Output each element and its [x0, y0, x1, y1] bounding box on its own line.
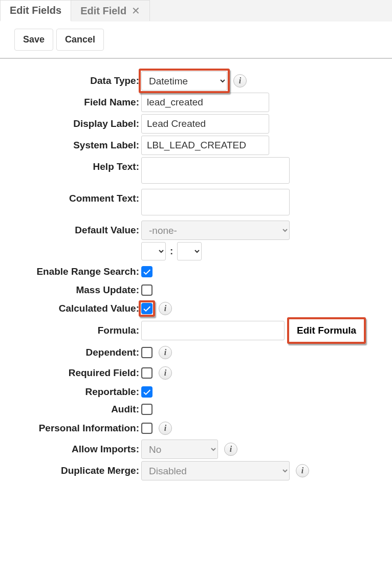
check-icon: [143, 304, 151, 313]
calculated-value-checkbox[interactable]: [141, 303, 153, 314]
label-display-label: Display Label:: [4, 118, 141, 129]
check-icon: [143, 388, 151, 396]
label-mass-update: Mass Update:: [4, 284, 141, 296]
tab-edit-field[interactable]: Edit Field ✕: [71, 0, 150, 21]
toolbar: Save Cancel: [0, 21, 392, 59]
info-icon[interactable]: i: [159, 302, 172, 315]
system-label-input[interactable]: [141, 136, 269, 155]
label-required-field: Required Field:: [4, 367, 141, 379]
dependent-checkbox[interactable]: [141, 347, 153, 358]
tab-edit-field-label: Edit Field: [80, 5, 126, 17]
label-data-type: Data Type:: [4, 75, 141, 86]
label-dependent: Dependent:: [4, 347, 141, 358]
personal-information-checkbox[interactable]: [141, 423, 153, 434]
help-text-input[interactable]: [141, 157, 290, 184]
edit-formula-button[interactable]: Edit Formula: [290, 320, 363, 341]
label-comment-text: Comment Text:: [4, 189, 141, 204]
tab-edit-fields[interactable]: Edit Fields: [0, 0, 71, 21]
field-form: Data Type: Datetime i Field Name: Displa…: [0, 71, 392, 493]
duplicate-merge-select[interactable]: Disabled: [141, 461, 290, 480]
label-calculated-value: Calculated Value:: [4, 303, 141, 314]
time-hour-select[interactable]: [141, 242, 166, 260]
info-icon[interactable]: i: [159, 422, 172, 435]
info-icon[interactable]: i: [233, 74, 247, 87]
label-system-label: System Label:: [4, 140, 141, 151]
save-button[interactable]: Save: [14, 29, 53, 51]
label-reportable: Reportable:: [4, 386, 141, 398]
label-personal-information: Personal Information:: [4, 423, 141, 434]
allow-imports-select[interactable]: No: [141, 440, 218, 459]
display-label-input[interactable]: [141, 114, 269, 134]
label-help-text: Help Text:: [4, 157, 141, 172]
info-icon[interactable]: i: [224, 443, 237, 456]
reportable-checkbox[interactable]: [141, 386, 153, 398]
label-allow-imports: Allow Imports:: [4, 444, 141, 455]
data-type-select[interactable]: Datetime: [141, 71, 227, 91]
enable-range-search-checkbox[interactable]: [141, 266, 153, 277]
audit-checkbox[interactable]: [141, 404, 153, 415]
label-field-name: Field Name:: [4, 97, 141, 108]
close-icon[interactable]: ✕: [132, 5, 140, 17]
time-colon: :: [169, 246, 174, 257]
mass-update-checkbox[interactable]: [141, 284, 153, 296]
label-enable-range-search: Enable Range Search:: [4, 266, 141, 277]
label-duplicate-merge: Duplicate Merge:: [4, 465, 141, 476]
time-minute-select[interactable]: [177, 242, 202, 260]
default-value-select[interactable]: -none-: [141, 221, 290, 240]
label-default-value: Default Value:: [4, 225, 141, 236]
check-icon: [143, 268, 151, 276]
formula-input[interactable]: [141, 321, 285, 340]
field-name-input[interactable]: [141, 93, 269, 112]
required-field-checkbox[interactable]: [141, 367, 153, 379]
tab-bar: Edit Fields Edit Field ✕: [0, 0, 392, 21]
label-formula: Formula:: [4, 325, 141, 336]
info-icon[interactable]: i: [159, 346, 172, 359]
info-icon[interactable]: i: [159, 366, 172, 380]
cancel-button[interactable]: Cancel: [56, 29, 104, 51]
tab-edit-fields-label: Edit Fields: [10, 5, 61, 16]
comment-text-input[interactable]: [141, 189, 290, 215]
label-audit: Audit:: [4, 404, 141, 415]
info-icon[interactable]: i: [296, 464, 309, 477]
